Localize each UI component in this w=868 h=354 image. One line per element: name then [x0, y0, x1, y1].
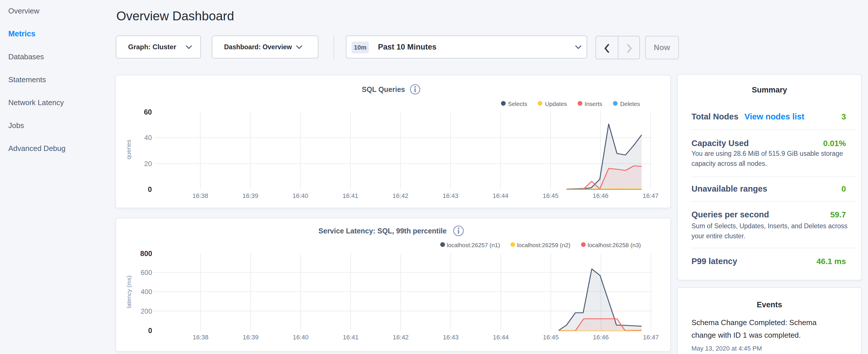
svg-text:Service Latency: SQL, 99th per: Service Latency: SQL, 99th percentile	[318, 227, 446, 235]
svg-text:localhost:26257 (n1): localhost:26257 (n1)	[447, 242, 500, 248]
svg-text:0: 0	[148, 326, 152, 334]
svg-text:16:42: 16:42	[393, 334, 409, 341]
svg-text:Deletes: Deletes	[620, 100, 640, 107]
svg-text:16:38: 16:38	[192, 334, 208, 341]
svg-text:16:42: 16:42	[393, 192, 408, 199]
svg-text:40: 40	[144, 134, 152, 141]
svg-text:16:41: 16:41	[342, 192, 358, 199]
svg-text:localhost:26259 (n2): localhost:26259 (n2)	[517, 242, 570, 248]
svg-text:16:44: 16:44	[493, 334, 509, 341]
svg-text:16:39: 16:39	[243, 334, 258, 341]
svg-text:16:44: 16:44	[493, 192, 508, 199]
svg-text:400: 400	[141, 288, 152, 296]
svg-text:16:45: 16:45	[543, 334, 559, 341]
svg-text:16:47: 16:47	[643, 334, 659, 341]
svg-text:queries: queries	[125, 140, 132, 160]
svg-text:SQL Queries: SQL Queries	[362, 85, 405, 93]
svg-text:800: 800	[140, 250, 152, 257]
svg-text:16:43: 16:43	[442, 192, 458, 199]
svg-text:16:38: 16:38	[192, 192, 208, 199]
svg-text:60: 60	[144, 108, 152, 116]
svg-text:Updates: Updates	[545, 100, 567, 107]
svg-text:Selects: Selects	[508, 100, 527, 107]
svg-text:latency (ms): latency (ms)	[125, 276, 132, 308]
svg-text:Inserts: Inserts	[585, 100, 602, 107]
svg-text:600: 600	[141, 269, 152, 277]
svg-text:16:40: 16:40	[293, 334, 309, 341]
svg-text:localhost:26258 (n3): localhost:26258 (n3)	[588, 242, 641, 248]
svg-text:0: 0	[148, 185, 152, 193]
svg-text:16:39: 16:39	[242, 192, 258, 199]
svg-text:16:41: 16:41	[343, 334, 359, 341]
svg-text:20: 20	[144, 160, 152, 167]
svg-text:16:46: 16:46	[593, 192, 608, 199]
svg-text:16:45: 16:45	[543, 192, 559, 199]
svg-text:200: 200	[141, 307, 152, 315]
svg-text:16:43: 16:43	[443, 334, 459, 341]
svg-text:16:40: 16:40	[292, 192, 308, 199]
svg-text:16:46: 16:46	[593, 334, 609, 341]
svg-text:16:47: 16:47	[643, 192, 658, 199]
